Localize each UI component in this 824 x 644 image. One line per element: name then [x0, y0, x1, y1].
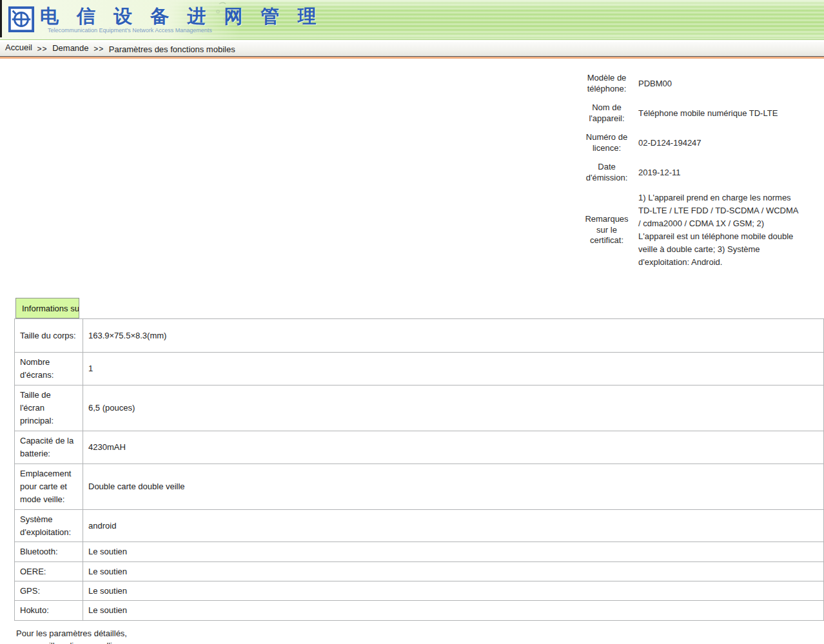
table-row: Bluetooth: Le soutien — [15, 542, 824, 562]
table-row: Hokuto: Le soutien — [15, 601, 824, 621]
detail-label: Date d'émission: — [579, 162, 634, 183]
spec-label: Emplacement pour carte et mode veille: — [15, 464, 83, 510]
spec-label: GPS: — [15, 581, 83, 601]
spec-label: Nombre d'écrans: — [15, 353, 83, 385]
spec-label: Système d'exploitation: — [15, 510, 83, 542]
table-row: Taille du corps: 163.9×75.5×8.3(mm) — [15, 319, 824, 353]
detail-value: Téléphone mobile numérique TD-LTE — [638, 107, 801, 120]
detail-row-model: Modèle de téléphone: PDBM00 — [579, 73, 805, 94]
spec-table: Taille du corps: 163.9×75.5×8.3(mm) Nomb… — [14, 318, 824, 621]
page: 电 信 设 备 进 网 管 理 Telecommunication Equipm… — [0, 0, 824, 644]
network-access-mark-icon — [8, 6, 35, 35]
breadcrumb-item-accueil[interactable]: Accueil — [5, 43, 32, 52]
spec-value: 163.9×75.5×8.3(mm) — [83, 319, 824, 353]
spec-value: android — [83, 510, 824, 542]
detail-row-device-name: Nom de l'appareil: Téléphone mobile numé… — [579, 102, 805, 124]
table-row: Capacité de la batterie: 4230mAH — [15, 431, 824, 464]
detail-label: Remarques sur le certificat: — [579, 214, 634, 246]
detail-value: 02-D124-194247 — [638, 137, 801, 150]
detail-label: Numéro de licence: — [579, 132, 634, 153]
spec-value: Le soutien — [83, 581, 824, 601]
table-row: Taille de l'écran principal: 6,5 (pouces… — [15, 385, 824, 431]
detail-value: PDBM00 — [638, 77, 801, 90]
breadcrumb-item-parametres: Paramètres des fonctions mobiles — [109, 44, 235, 54]
detail-label: Modèle de téléphone: — [579, 73, 634, 94]
spec-label: Taille du corps: — [15, 319, 83, 353]
spec-value: Le soutien — [83, 562, 824, 581]
spec-label: Hokuto: — [15, 601, 83, 621]
site-title: 电 信 设 备 进 网 管 理 — [40, 7, 322, 26]
table-row: OERE: Le soutien — [15, 562, 824, 581]
screen-left-edge — [0, 0, 2, 37]
breadcrumb-separator-icon: >> — [91, 44, 106, 54]
spec-value: 1 — [83, 353, 824, 385]
footer-note-continued: veuillez cliquer sur l'image — [35, 641, 133, 644]
breadcrumb-separator-icon: >> — [35, 44, 50, 54]
header-left-panel: 电 信 设 备 进 网 管 理 Telecommunication Equipm… — [0, 0, 240, 40]
spec-value: Le soutien — [83, 601, 824, 621]
table-row: Emplacement pour carte et mode veille: D… — [15, 464, 824, 510]
spec-value: Double carte double veille — [83, 464, 824, 510]
breadcrumb-item-demande[interactable]: Demande — [52, 43, 88, 53]
orange-divider — [0, 57, 824, 59]
footer-note: Pour les paramètres détaillés, — [16, 629, 127, 638]
site-header: 电 信 设 备 进 网 管 理 Telecommunication Equipm… — [0, 0, 824, 40]
spec-label: Taille de l'écran principal: — [15, 385, 83, 431]
detail-row-licence: Numéro de licence: 02-D124-194247 — [579, 132, 805, 153]
spec-label: Capacité de la batterie: — [15, 431, 83, 464]
detail-value: 1) L'appareil prend en charge les normes… — [638, 191, 801, 269]
spec-label: Bluetooth: — [15, 542, 83, 562]
device-details: Modèle de téléphone: PDBM00 Nom de l'app… — [579, 73, 805, 277]
detail-label: Nom de l'appareil: — [579, 102, 634, 124]
spec-label: OERE: — [15, 562, 83, 581]
site-subtitle: Telecommunication Equipment's Network Ac… — [48, 28, 322, 34]
breadcrumb: Accueil >> Demande >> Paramètres des fon… — [0, 42, 824, 57]
table-row: Système d'exploitation: android — [15, 510, 824, 542]
table-row: Nombre d'écrans: 1 — [15, 353, 824, 385]
table-row: GPS: Le soutien — [15, 581, 824, 601]
tab-informations[interactable]: Informations su — [15, 298, 79, 318]
detail-row-remarques: Remarques sur le certificat: 1) L'appare… — [579, 191, 805, 269]
detail-row-date: Date d'émission: 2019-12-11 — [579, 162, 805, 183]
spec-value: 6,5 (pouces) — [83, 385, 824, 431]
detail-value: 2019-12-11 — [638, 166, 801, 179]
spec-value: 4230mAH — [83, 431, 824, 464]
spec-value: Le soutien — [83, 542, 824, 562]
